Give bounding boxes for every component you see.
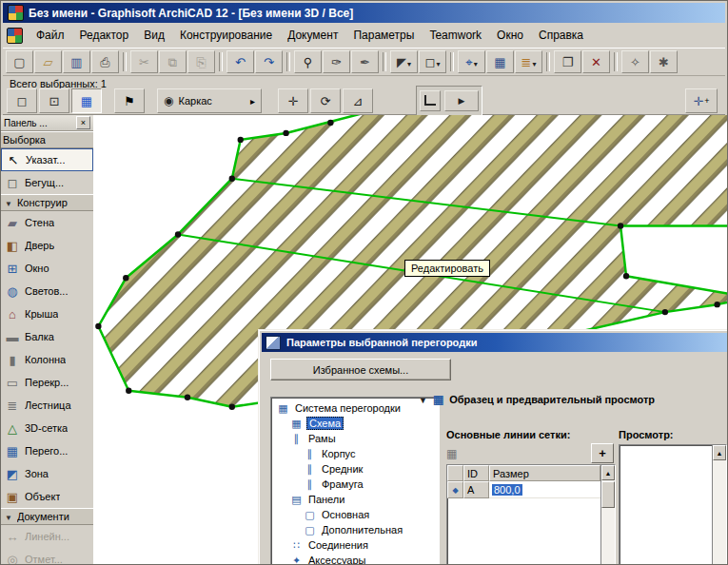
rotate-button[interactable]: ⟳ [310, 88, 341, 113]
axis-origin-button[interactable] [685, 88, 718, 113]
grid-view-button[interactable]: ▦ [71, 88, 102, 113]
tool-slab[interactable]: ▭ Перекр... [1, 371, 93, 394]
snap-point-button[interactable]: ⌖ [458, 50, 485, 73]
collapse-arrow-icon [3, 197, 14, 208]
column-icon: ▮ [3, 354, 22, 366]
flag-button[interactable]: ⚑ [114, 88, 145, 113]
menu-teamwork[interactable]: Teamwork [422, 25, 489, 46]
mirror-button[interactable]: ⊿ [343, 88, 373, 113]
scroll-thumb[interactable] [601, 481, 615, 508]
edit-selection-set-button[interactable]: ⊡ [39, 88, 69, 113]
print-button[interactable]: ⎙ [91, 50, 119, 73]
marquee-mode-button[interactable]: ◻ [419, 50, 446, 73]
menu-editor[interactable]: Редактор [72, 25, 137, 46]
tree-item-transom[interactable]: ∥ Фрамуга [273, 477, 437, 492]
tree-item-panels[interactable]: ▤ Панели [273, 492, 437, 507]
new-button[interactable]: ▢ [6, 50, 33, 73]
toolbar-options-button[interactable]: ✱ [650, 50, 678, 73]
magic-wand-button[interactable]: ✧ [621, 50, 649, 73]
favorites-button[interactable]: Избранное схемы... [270, 359, 451, 380]
scroll-up-icon[interactable] [601, 465, 615, 480]
section-header[interactable]: Образец и предварительный просмотр [419, 393, 724, 406]
play-button[interactable] [444, 90, 479, 111]
menu-window[interactable]: Окно [489, 25, 531, 46]
redo-button[interactable]: ↷ [255, 50, 283, 73]
tool-stair[interactable]: ≣ Лестница [1, 394, 93, 417]
tree-item-panel-main[interactable]: ▢ Основная [273, 507, 437, 522]
menu-design[interactable]: Конструирование [172, 25, 280, 46]
tree-item-joints[interactable]: ∷ Соединения [273, 537, 437, 553]
menu-file[interactable]: Файл [29, 25, 72, 46]
selection-settings-button[interactable]: ◻ [7, 88, 37, 113]
tree-item-mullion[interactable]: ∥ Средник [273, 461, 437, 477]
tool-window[interactable]: ⊞ Окно [1, 257, 93, 280]
wireframe-combo[interactable]: Каркас [157, 88, 262, 113]
pick-up-parameters-button[interactable]: ✑ [323, 50, 350, 73]
cut-button[interactable]: ✂ [130, 50, 158, 73]
toolbox-header-document[interactable]: Документи [1, 508, 93, 525]
size-value-input[interactable]: 800,0 [492, 484, 522, 496]
dialog-title-bar[interactable]: Параметры выбранной перегородки [262, 333, 728, 352]
tool-pointer[interactable]: ↖ Указат... [1, 148, 93, 171]
tool-mesh[interactable]: △ 3D-сетка [1, 417, 93, 439]
toolbox-header-selection[interactable]: Выборка [1, 131, 93, 148]
menu-document[interactable]: Документ [280, 25, 345, 46]
guide-lines-button[interactable]: ≣ [515, 50, 542, 73]
menu-options[interactable]: Параметры [345, 25, 422, 46]
grid-lines-label: Основные линии сетки: [446, 429, 570, 440]
tool-wall[interactable]: ▰ Стена [1, 211, 93, 234]
menu-help[interactable]: Справка [531, 25, 591, 46]
size-column-header: Размер [489, 465, 600, 481]
grid-snap-button[interactable]: ▦ [486, 50, 514, 73]
tree-item-scheme[interactable]: ▦ Схема [273, 416, 437, 431]
tool-skylight[interactable]: ◍ Светов... [1, 280, 93, 302]
row-marker-cell[interactable]: ◆ [447, 481, 463, 498]
row-size-cell[interactable]: 800,0 [489, 481, 600, 498]
tool-level-dimension[interactable]: ◎ Отмет... [1, 548, 93, 564]
eyedropper-icon: ✑ [331, 56, 342, 68]
origin-corner-icon[interactable] [420, 90, 441, 111]
undo-button[interactable]: ↶ [226, 50, 254, 73]
new-document-icon: ▢ [13, 56, 25, 68]
tool-dimension[interactable]: ↔ Линейн... [1, 525, 93, 548]
row-id-cell[interactable]: A [463, 481, 489, 498]
preview-scrollbar[interactable] [712, 445, 726, 565]
tool-roof[interactable]: ⌂ Крыша [1, 302, 93, 325]
tool-beam[interactable]: ▬ Балка [1, 325, 93, 348]
toolbox-header-design[interactable]: Конструир [1, 194, 93, 211]
save-button[interactable]: ▥ [63, 50, 90, 73]
grid-snap-icon: ▦ [494, 56, 505, 68]
table-scrollbar[interactable] [600, 465, 615, 565]
tree-item-frame-body[interactable]: ∥ Корпус [273, 446, 437, 461]
selection-edit-icon: ⊡ [49, 95, 60, 107]
door-icon: ◧ [3, 240, 22, 252]
tool-zone[interactable]: ◩ Зона [1, 462, 93, 485]
scroll-up-icon[interactable] [713, 445, 726, 460]
inject-parameters-button[interactable]: ✒ [351, 50, 379, 73]
paste-button[interactable]: ⎘ [187, 50, 215, 73]
toolbox-caption[interactable]: Панель ... × [1, 115, 93, 131]
drag-button[interactable]: ✛ [278, 88, 308, 113]
tool-curtain-wall[interactable]: ▦ Перего... [1, 439, 93, 462]
guide-lines-icon: ≣ [521, 56, 532, 68]
group-button[interactable]: ❐ [554, 50, 581, 73]
arrow-mode-button[interactable]: ◤ [390, 50, 418, 73]
title-bar[interactable]: Без имени - Graphisoft ArchiCAD 12 - [Бе… [3, 3, 725, 23]
tree-item-frames[interactable]: ∥ Рамы [273, 431, 437, 446]
tool-column[interactable]: ▮ Колонна [1, 348, 93, 371]
close-icon[interactable]: × [76, 116, 90, 129]
tool-door[interactable]: ◧ Дверь [1, 234, 93, 257]
suspend-groups-button[interactable]: ✕ [582, 50, 610, 73]
open-button[interactable]: ▱ [34, 50, 62, 73]
add-grid-line-button[interactable]: + [591, 443, 614, 463]
tool-object[interactable]: ▣ Объект [1, 485, 93, 508]
tree-item-system[interactable]: ▦ Система перегородки [273, 400, 437, 416]
tool-marquee[interactable]: ◻ Бегущ... [1, 171, 93, 194]
tree-item-accessories[interactable]: ✦ Аксессуары [273, 553, 437, 565]
menu-view[interactable]: Вид [136, 25, 172, 46]
zoom-button[interactable]: ⚲ [294, 50, 322, 73]
copy-button[interactable]: ⧉ [159, 50, 187, 73]
wireframe-label: Каркас [178, 95, 211, 107]
tree-item-panel-additional[interactable]: ▢ Дополнительная [273, 522, 437, 537]
document-logo-icon[interactable] [7, 28, 23, 44]
